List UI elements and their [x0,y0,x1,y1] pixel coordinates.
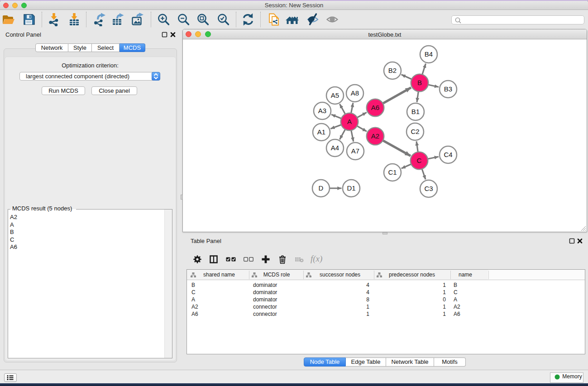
svg-text:C3: C3 [424,185,433,192]
svg-text:A5: A5 [331,91,339,99]
svg-text:A8: A8 [351,89,359,97]
svg-text:A4: A4 [331,144,339,152]
svg-text:C1: C1 [388,168,397,176]
svg-text:A7: A7 [351,147,359,155]
svg-text:C4: C4 [444,151,452,158]
svg-text:B: B [417,79,422,86]
svg-text:A3: A3 [318,107,326,114]
svg-text:C: C [417,157,422,164]
svg-text:B4: B4 [425,50,433,58]
svg-text:A2: A2 [371,132,379,140]
svg-text:A1: A1 [317,128,325,136]
svg-text:D1: D1 [347,184,355,192]
svg-text:B3: B3 [444,85,452,93]
svg-text:D: D [319,184,324,192]
svg-text:A6: A6 [371,104,379,111]
svg-text:A: A [347,118,352,125]
svg-text:C2: C2 [411,128,419,135]
svg-text:B1: B1 [411,108,420,115]
svg-text:B2: B2 [388,67,397,74]
